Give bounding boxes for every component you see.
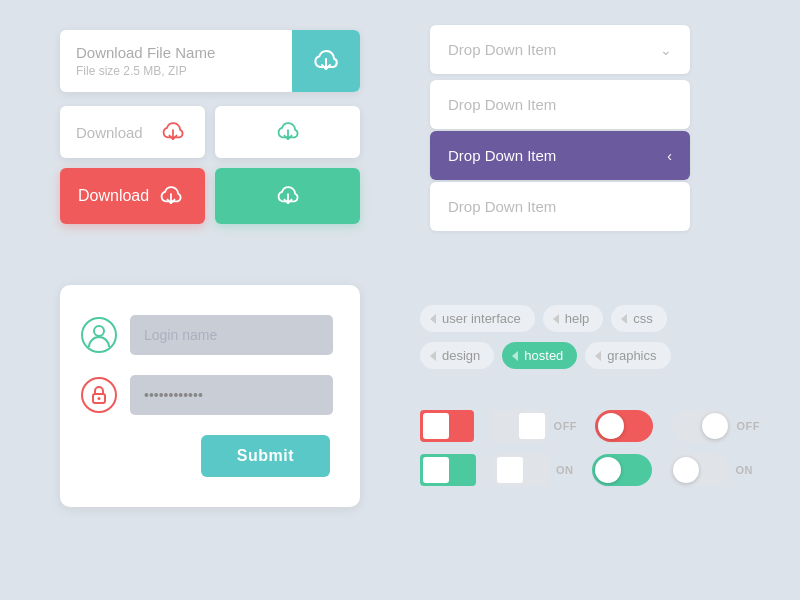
- tag-label-4: design: [442, 348, 480, 363]
- user-icon: [81, 317, 117, 353]
- toggle-rd-gray-off-wrapper: OFF: [671, 410, 761, 442]
- svg-point-9: [98, 397, 101, 400]
- download-panel: Download File Name File size 2.5 MB, ZIP…: [60, 30, 360, 224]
- toggle-thumb-3: [598, 413, 624, 439]
- toggles-row-2: ON ON: [420, 454, 760, 486]
- download-label-1: Download: [76, 124, 143, 141]
- tag-help[interactable]: help: [543, 305, 604, 332]
- tag-graphics[interactable]: graphics: [585, 342, 670, 369]
- tags-panel: user interface help css design hosted gr…: [420, 305, 760, 379]
- lock-icon-container: [80, 376, 118, 414]
- toggle-sq-teal-on[interactable]: [420, 454, 476, 486]
- dropdown-label-4: Drop Down Item: [448, 198, 556, 215]
- login-panel: Submit: [60, 285, 360, 507]
- dropdown-label-1: Drop Down Item: [448, 41, 556, 58]
- toggle-sq-gray-off[interactable]: [492, 410, 548, 442]
- user-icon-container: [80, 316, 118, 354]
- tag-arrow-icon-3: [621, 314, 627, 324]
- toggle-rd-gray-on[interactable]: [670, 454, 730, 486]
- cloud-download-icon-white-3: [272, 180, 304, 212]
- chevron-down-icon-1: ⌄: [660, 42, 672, 58]
- toggle-rd-gray-off[interactable]: [671, 410, 731, 442]
- toggle-thumb-6: [497, 457, 523, 483]
- tag-label: user interface: [442, 311, 521, 326]
- login-name-field: [80, 315, 330, 355]
- toggle-sq-gray-on[interactable]: [494, 454, 550, 486]
- download-solid-red-button[interactable]: Download: [60, 168, 205, 224]
- tag-label-5: hosted: [524, 348, 563, 363]
- off-label-2: OFF: [737, 420, 761, 432]
- tag-hosted[interactable]: hosted: [502, 342, 577, 369]
- download-file-meta: File size 2.5 MB, ZIP: [76, 64, 276, 78]
- toggle-rd-teal-on[interactable]: [592, 454, 652, 486]
- download-outline-teal-button[interactable]: [215, 106, 360, 158]
- tag-arrow-icon-6: [595, 351, 601, 361]
- toggle-sq-red-off[interactable]: [420, 410, 474, 442]
- toggle-sq-gray-on-wrapper: ON: [494, 454, 574, 486]
- dropdown-item-2[interactable]: Drop Down Item: [430, 80, 690, 129]
- cloud-download-icon-red: [157, 116, 189, 148]
- dropdown-panel: Drop Down Item ⌄ Drop Down Item Drop Dow…: [430, 25, 690, 233]
- tags-row-1: user interface help css: [420, 305, 760, 332]
- login-pass-field: [80, 375, 330, 415]
- svg-point-6: [94, 326, 104, 336]
- toggle-thumb: [423, 413, 449, 439]
- dropdown-label-2: Drop Down Item: [448, 96, 556, 113]
- toggle-rd-gray-on-wrapper: ON: [670, 454, 754, 486]
- tag-css[interactable]: css: [611, 305, 667, 332]
- toggle-thumb-7: [595, 457, 621, 483]
- submit-row: Submit: [80, 435, 330, 477]
- toggles-row-1: OFF OFF: [420, 410, 760, 442]
- tag-label-2: help: [565, 311, 590, 326]
- submit-button[interactable]: Submit: [201, 435, 330, 477]
- toggle-thumb-5: [423, 457, 449, 483]
- download-file-info: Download File Name File size 2.5 MB, ZIP: [60, 30, 292, 92]
- login-pass-input[interactable]: [130, 375, 333, 415]
- download-file-teal-button[interactable]: [292, 30, 360, 92]
- download-outline-row: Download: [60, 106, 360, 158]
- on-label-1: ON: [556, 464, 574, 476]
- toggle-thumb-8: [673, 457, 699, 483]
- tag-label-3: css: [633, 311, 653, 326]
- download-solid-teal-button[interactable]: [215, 168, 360, 224]
- dropdown-item-1[interactable]: Drop Down Item ⌄: [430, 25, 690, 74]
- chevron-left-icon: ‹: [667, 148, 672, 164]
- dropdown-item-4[interactable]: Drop Down Item: [430, 182, 690, 231]
- download-file-name: Download File Name: [76, 44, 276, 61]
- download-solid-row: Download: [60, 168, 360, 224]
- cloud-download-icon-white: [308, 43, 344, 79]
- tag-user-interface[interactable]: user interface: [420, 305, 535, 332]
- tag-arrow-icon: [430, 314, 436, 324]
- login-name-input[interactable]: [130, 315, 333, 355]
- toggle-thumb-2: [519, 413, 545, 439]
- lock-icon: [81, 377, 117, 413]
- tags-row-2: design hosted graphics: [420, 342, 760, 369]
- toggles-panel: OFF OFF ON: [420, 410, 760, 486]
- tag-arrow-icon-2: [553, 314, 559, 324]
- tag-arrow-icon-4: [430, 351, 436, 361]
- toggle-sq-gray-off-wrapper: OFF: [492, 410, 578, 442]
- download-label-2: Download: [78, 187, 149, 205]
- dropdown-label-3: Drop Down Item: [448, 147, 556, 164]
- download-outline-red-button[interactable]: Download: [60, 106, 205, 158]
- cloud-download-icon-white-2: [155, 180, 187, 212]
- download-file-card: Download File Name File size 2.5 MB, ZIP: [60, 30, 360, 92]
- tag-label-6: graphics: [607, 348, 656, 363]
- toggle-rd-red-off[interactable]: [595, 410, 652, 442]
- toggle-thumb-4: [702, 413, 728, 439]
- off-label-1: OFF: [554, 420, 578, 432]
- dropdown-item-3[interactable]: Drop Down Item ‹: [430, 131, 690, 180]
- tag-design[interactable]: design: [420, 342, 494, 369]
- cloud-download-icon-teal: [272, 116, 304, 148]
- tag-arrow-icon-5: [512, 351, 518, 361]
- on-label-2: ON: [736, 464, 754, 476]
